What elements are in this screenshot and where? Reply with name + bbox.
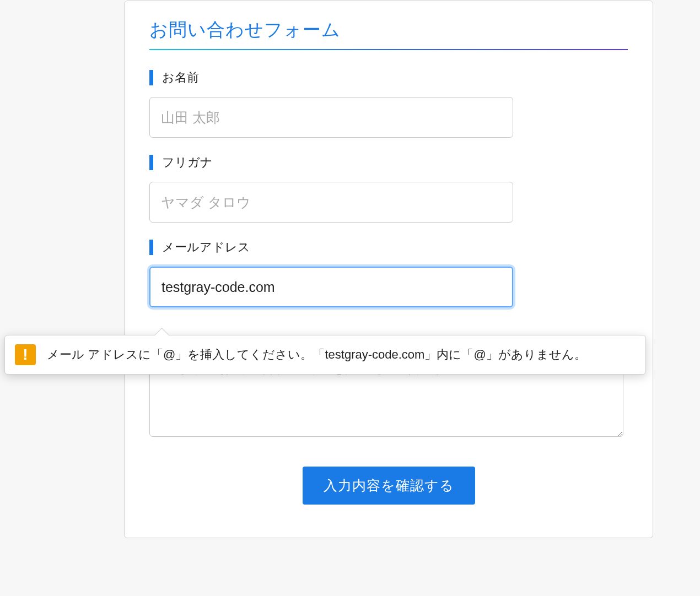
validation-tooltip: ! メール アドレスに「@」を挿入してください。「testgray-code.c… [4, 335, 646, 375]
label-accent-bar [149, 240, 153, 255]
name-label-text: お名前 [162, 69, 199, 86]
submit-button[interactable]: 入力内容を確認する [303, 467, 475, 505]
email-field-group: メールアドレス [149, 239, 628, 307]
name-input[interactable] [149, 97, 513, 138]
email-label: メールアドレス [149, 239, 628, 256]
contact-form-card: お問い合わせフォーム お名前 フリガナ メールアドレス 入力内容を確認する [124, 1, 653, 538]
form-title: お問い合わせフォーム [149, 18, 628, 50]
furigana-label: フリガナ [149, 154, 628, 171]
email-input[interactable] [149, 267, 513, 307]
furigana-label-text: フリガナ [162, 154, 213, 171]
furigana-input[interactable] [149, 182, 513, 223]
furigana-field-group: フリガナ [149, 154, 628, 223]
validation-message: メール アドレスに「@」を挿入してください。「testgray-code.com… [47, 346, 586, 363]
label-accent-bar [149, 70, 153, 85]
name-label: お名前 [149, 69, 628, 86]
warning-icon-glyph: ! [23, 346, 28, 364]
label-accent-bar [149, 155, 153, 170]
email-label-text: メールアドレス [162, 239, 250, 256]
name-field-group: お名前 [149, 69, 628, 138]
warning-icon: ! [15, 344, 36, 365]
submit-row: 入力内容を確認する [149, 467, 628, 505]
